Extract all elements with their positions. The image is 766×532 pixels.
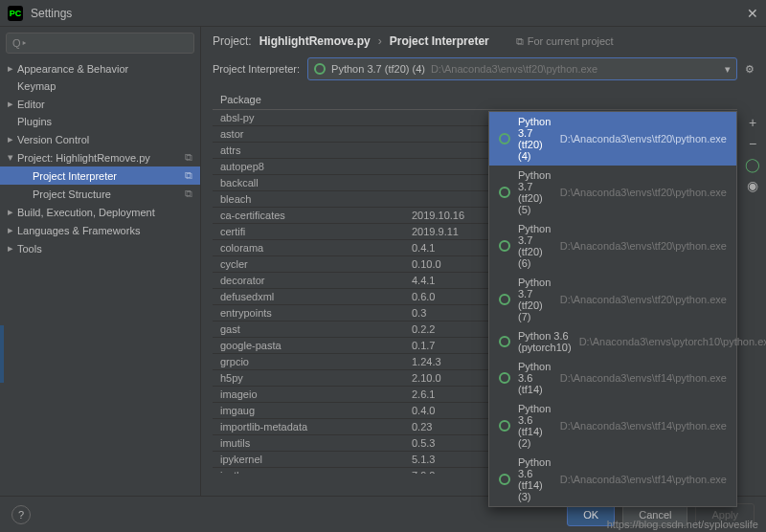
sidebar-item[interactable]: Keymap	[0, 78, 200, 95]
content-pane: Project: HighlightRemove.py › Project In…	[201, 27, 766, 496]
option-path: D:\Anaconda3\envs\tf14\python.exe	[560, 372, 727, 384]
sidebar-item[interactable]: ▸Appearance & Behavior	[0, 59, 200, 78]
pkg-name: autopep8	[213, 159, 404, 174]
interpreter-label: Project Interpreter:	[213, 63, 300, 75]
left-edge-indicator	[0, 325, 4, 383]
pkg-name: astor	[213, 126, 404, 142]
pkg-name: backcall	[213, 175, 404, 190]
python-ring-icon	[499, 372, 510, 384]
interpreter-option[interactable]: Python 3.7 (tf20) (4) D:\Anaconda3\envs\…	[489, 112, 736, 166]
watermark: https://blog.csdn.net/syploveslife	[607, 519, 758, 530]
header-package[interactable]: Package	[213, 90, 404, 109]
pkg-name: bleach	[213, 191, 404, 207]
pkg-name: entrypoints	[213, 305, 404, 321]
sidebar-item-label: Languages & Frameworks	[17, 225, 140, 236]
interpreter-option[interactable]: Python 3.7 (tf20) (7) D:\Anaconda3\envs\…	[489, 273, 736, 326]
sidebar-subitem[interactable]: Project Interpreter⧉	[0, 166, 200, 185]
pkg-name: defusedxml	[213, 289, 404, 304]
settings-sidebar: Q‣ ▸Appearance & BehaviorKeymap▸EditorPl…	[0, 27, 201, 496]
tree-arrow-icon: ▸	[8, 133, 17, 145]
pkg-name: absl-py	[213, 110, 404, 125]
sidebar-item[interactable]: ▸Build, Execution, Deployment	[0, 203, 200, 221]
header-latest[interactable]	[567, 90, 737, 109]
tree-arrow-icon: ▾	[8, 151, 17, 164]
sidebar-item-label: Tools	[17, 243, 42, 255]
option-path: D:\Anaconda3\envs\tf14\python.exe	[560, 474, 727, 485]
sidebar-item[interactable]: Plugins	[0, 113, 200, 130]
header-version[interactable]	[404, 90, 567, 109]
eye-icon[interactable]: ◉	[747, 178, 758, 193]
interpreter-option[interactable]: Python 3.6 (pytorch10) D:\Anaconda3\envs…	[489, 326, 736, 357]
sidebar-item-label: Plugins	[17, 116, 52, 127]
interpreter-option[interactable]: Python 3.6 (tf14) D:\Anaconda3\envs\tf14…	[489, 357, 736, 399]
sidebar-item[interactable]: ▸Tools	[0, 239, 200, 257]
python-ring-icon	[499, 420, 510, 432]
pkg-name: certifi	[213, 224, 404, 239]
remove-package-icon[interactable]: −	[749, 136, 756, 151]
python-ring-icon	[499, 240, 510, 252]
help-button[interactable]: ?	[11, 505, 31, 524]
option-path: D:\Anaconda3\envs\tf20\python.exe	[560, 240, 727, 252]
sidebar-item[interactable]: ▸Editor	[0, 95, 200, 113]
table-header: Package	[213, 90, 737, 110]
close-icon[interactable]: ✕	[747, 6, 758, 21]
sidebar-item-label: Editor	[17, 99, 45, 110]
option-path: D:\Anaconda3\envs\tf14\python.exe	[560, 420, 727, 432]
sidebar-item[interactable]: ▸Version Control	[0, 130, 200, 148]
interpreter-selected-path: D:\Anaconda3\envs\tf20\python.exe	[431, 63, 597, 75]
chevron-right-icon: ›	[378, 34, 382, 48]
breadcrumb: Project: HighlightRemove.py › Project In…	[201, 27, 766, 52]
option-path: D:\Anaconda3\envs\tf20\python.exe	[560, 187, 727, 198]
interpreter-option[interactable]: Python 3.7 (tf20) (5) D:\Anaconda3\envs\…	[489, 166, 736, 219]
pkg-name: ca-certificates	[213, 208, 404, 223]
pkg-name: colorama	[213, 240, 404, 255]
interpreter-select[interactable]: Python 3.7 (tf20) (4) D:\Anaconda3\envs\…	[307, 57, 737, 80]
tree-arrow-icon: ▸	[8, 62, 17, 75]
python-ring-icon	[499, 336, 510, 347]
copy-icon: ⧉	[185, 169, 192, 182]
option-name: Python 3.6 (tf14) (2)	[518, 403, 552, 449]
sidebar-item-label: Project: HighlightRemove.py	[17, 152, 150, 164]
option-path: D:\Anaconda3\envs\pytorch10\python.exe	[579, 336, 766, 347]
option-name: Python 3.7 (tf20) (4)	[518, 116, 552, 162]
sidebar-item-label: Project Structure	[33, 188, 111, 200]
add-package-icon[interactable]: +	[749, 115, 756, 130]
interpreter-option[interactable]: Python 3.6 (tf14) (2) D:\Anaconda3\envs\…	[489, 399, 736, 453]
copy-icon: ⧉	[185, 151, 192, 164]
gear-icon[interactable]: ⚙	[745, 63, 755, 76]
sidebar-item[interactable]: ▸Languages & Frameworks	[0, 221, 200, 239]
python-ring-icon	[499, 294, 510, 305]
search-icon: Q‣	[12, 37, 27, 50]
python-ring-icon	[499, 187, 510, 198]
interpreter-dropdown[interactable]: Python 3.7 (tf20) (4) D:\Anaconda3\envs\…	[488, 111, 737, 507]
window-title: Settings	[31, 7, 747, 20]
tree-arrow-icon: ▸	[8, 206, 17, 218]
interpreter-selected-name: Python 3.7 (tf20) (4)	[331, 63, 425, 75]
app-icon: PC	[8, 6, 23, 21]
search-input[interactable]: Q‣	[6, 33, 194, 54]
chevron-down-icon: ▾	[725, 63, 731, 76]
tree-arrow-icon: ▸	[8, 98, 17, 110]
breadcrumb-project[interactable]: HighlightRemove.py	[259, 34, 371, 48]
pkg-name: h5py	[213, 370, 404, 386]
sidebar-item[interactable]: ▾Project: HighlightRemove.py⧉	[0, 148, 200, 166]
option-path: D:\Anaconda3\envs\tf20\python.exe	[560, 133, 727, 144]
option-name: Python 3.7 (tf20) (6)	[518, 223, 552, 269]
sidebar-subitem[interactable]: Project Structure⧉	[0, 185, 200, 203]
pkg-name: gast	[213, 321, 404, 337]
interpreter-option[interactable]: Python 3.7 (tf20) (6) D:\Anaconda3\envs\…	[489, 219, 736, 273]
option-name: Python 3.6 (tf14)	[518, 361, 552, 395]
python-ring-icon	[499, 133, 510, 144]
titlebar: PC Settings ✕	[0, 0, 766, 27]
upgrade-package-icon[interactable]: ◯	[745, 157, 760, 172]
pkg-name: grpcio	[213, 354, 404, 369]
sidebar-item-label: Keymap	[17, 80, 56, 92]
sidebar-item-label: Build, Execution, Deployment	[17, 207, 155, 218]
package-tools: + − ◯ ◉	[745, 115, 760, 193]
pkg-name: importlib-metadata	[213, 419, 404, 434]
pkg-name: attrs	[213, 143, 404, 158]
copy-icon: ⧉	[185, 188, 192, 200]
sidebar-item-label: Version Control	[17, 134, 89, 145]
option-name: Python 3.7 (tf20) (7)	[518, 277, 552, 322]
interpreter-option[interactable]: Python 3.6 (tf14) (3) D:\Anaconda3\envs\…	[489, 453, 736, 506]
